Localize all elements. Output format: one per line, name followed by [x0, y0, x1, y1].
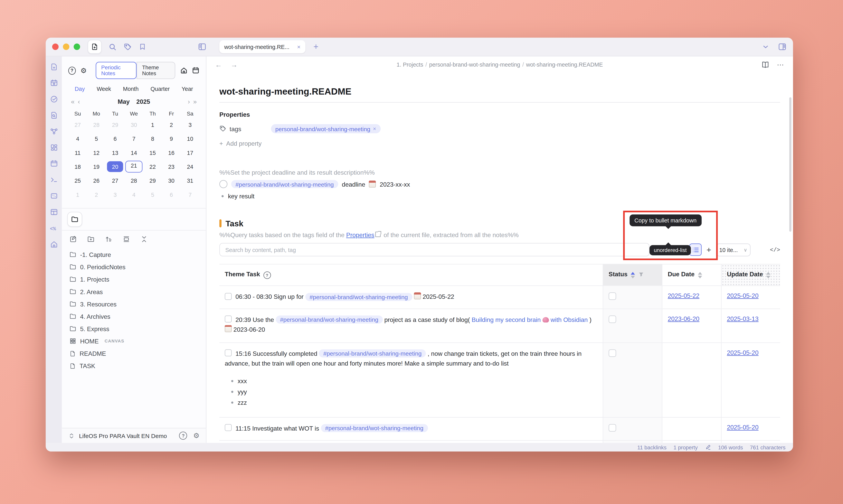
calendar-day[interactable]: 9 [162, 132, 181, 146]
tag-value-pill[interactable]: personal-brand/wot-sharing-meeting × [271, 124, 380, 133]
calendar-settings-icon[interactable]: ⚙ [80, 67, 87, 74]
sort-order-icon[interactable] [105, 235, 112, 243]
update-date-link[interactable]: 2025-05-20 [727, 292, 758, 299]
reading-view-icon[interactable] [761, 60, 769, 69]
calendar-day[interactable]: 4 [125, 187, 143, 201]
add-property-button[interactable]: + Add property [219, 140, 780, 147]
status-checkbox[interactable] [609, 292, 616, 300]
calendar-heart-icon[interactable] [50, 79, 58, 87]
sort-icons[interactable] [766, 272, 771, 278]
tree-item-2-areas[interactable]: 2. Areas [62, 286, 206, 298]
remove-tag-icon[interactable]: × [373, 126, 376, 131]
home-icon[interactable] [180, 67, 187, 74]
editor-scrollbar[interactable] [789, 97, 791, 232]
calendar-day[interactable]: 30 [125, 118, 143, 131]
calendar-day[interactable]: 3 [106, 187, 125, 201]
status-item[interactable]: 1 property [674, 444, 698, 450]
tab-periodic-notes[interactable]: Periodic Notes [96, 62, 137, 79]
calendar-day[interactable]: 3 [181, 118, 200, 131]
view-tab-year[interactable]: Year [182, 85, 193, 92]
calendar-day[interactable]: 21 [125, 160, 143, 174]
task-tag-pill[interactable]: #personal-brand/wot-sharing-meeting [321, 424, 428, 432]
add-task-button[interactable]: + [705, 245, 712, 254]
vault-switcher[interactable]: LifeOS Pro PARA Vault EN Demo ? ⚙ [62, 428, 206, 443]
column-header-theme-task[interactable]: Theme Task? [219, 265, 603, 286]
task-checkbox[interactable] [225, 316, 232, 323]
task-tag-pill[interactable]: #personal-brand/wot-sharing-meeting [319, 349, 426, 358]
tree-item-1-projects[interactable]: 1. Projects [62, 273, 206, 285]
help-circle-icon[interactable]: ? [263, 271, 271, 279]
tree-item-readme[interactable]: README [62, 347, 206, 360]
update-date-link[interactable]: 2025-05-20 [727, 424, 758, 430]
note-link[interactable]: Building my second brain with Obsidian [472, 317, 588, 323]
graph-icon[interactable] [50, 127, 58, 136]
calendar-day[interactable]: 5 [143, 187, 162, 201]
calendar-day[interactable]: 14 [125, 146, 143, 160]
tree-item-5-express[interactable]: 5. Express [62, 323, 206, 335]
calendar-day[interactable]: 13 [106, 146, 125, 160]
left-sidebar-toggle-button[interactable] [198, 42, 207, 51]
status-item[interactable]: 11 backlinks [637, 444, 666, 450]
calendar-day[interactable]: 6 [106, 132, 125, 146]
update-date-link[interactable]: 2025-03-13 [727, 316, 758, 322]
search-button[interactable] [108, 43, 116, 51]
stack-view-icon[interactable] [123, 235, 130, 243]
new-note-toolbar-icon[interactable] [69, 235, 77, 243]
tree-item-0-periodicnotes[interactable]: 0. PeriodicNotes [62, 260, 206, 273]
task-tag-pill[interactable]: #personal-brand/wot-sharing-meeting [276, 316, 383, 324]
calendar-day[interactable]: 27 [106, 174, 125, 187]
task-tag-pill[interactable]: #personal-brand/wot-sharing-meeting [305, 293, 412, 301]
file-explorer-tab-button[interactable] [67, 212, 82, 227]
right-sidebar-toggle-button[interactable] [778, 42, 787, 51]
calendar-day[interactable]: 15 [143, 146, 162, 160]
forward-icon[interactable]: → [231, 60, 238, 69]
calendar-icon[interactable] [50, 160, 58, 168]
calendar-day[interactable]: 20 [106, 160, 125, 174]
tags-button[interactable] [124, 43, 132, 51]
prev-year-button[interactable]: « [69, 98, 76, 105]
tree-item-task[interactable]: TASK [62, 360, 206, 372]
view-tab-month[interactable]: Month [123, 85, 139, 92]
tab-theme-notes[interactable]: Theme Notes [137, 62, 175, 79]
sort-icons[interactable] [631, 272, 635, 278]
property-key-label[interactable]: tags [230, 126, 241, 132]
status-item[interactable]: 761 characters [750, 444, 786, 450]
calendar-day[interactable]: 1 [68, 187, 87, 201]
calendar-day[interactable]: 28 [87, 118, 106, 131]
check-circle-icon[interactable] [50, 95, 58, 103]
collapse-all-icon[interactable] [140, 235, 148, 243]
column-header-due-date[interactable]: Due Date [662, 265, 721, 286]
calendar-day[interactable]: 28 [125, 174, 143, 187]
next-month-button[interactable]: › [186, 98, 192, 105]
tree-item-4-archives[interactable]: 4. Archives [62, 310, 206, 323]
status-checkbox[interactable] [609, 316, 616, 323]
calendar-day[interactable]: 19 [87, 160, 106, 174]
column-header-status[interactable]: Status [603, 265, 662, 286]
calendar-day[interactable]: 23 [162, 160, 181, 174]
calendar-icon[interactable] [192, 67, 199, 74]
code-view-toggle[interactable]: </> [770, 247, 780, 253]
view-tab-week[interactable]: Week [97, 85, 111, 92]
status-checkbox[interactable] [609, 349, 616, 357]
calendar-day[interactable]: 24 [181, 160, 200, 174]
calendar-day[interactable]: 26 [87, 174, 106, 187]
minimize-window-button[interactable] [63, 43, 69, 50]
deadline-tag-pill[interactable]: #personal-brand/wot-sharing-meeting [231, 180, 338, 188]
calendar-day[interactable]: 29 [143, 174, 162, 187]
calendar-help-icon[interactable]: ? [68, 66, 76, 74]
calendar-day[interactable]: 16 [162, 146, 181, 160]
breadcrumb-segment[interactable]: personal-brand-wot-sharing-meeting [429, 61, 520, 68]
calendar-day[interactable]: 29 [106, 118, 125, 131]
calendar-day[interactable]: 22 [143, 160, 162, 174]
dice-icon[interactable] [50, 192, 58, 200]
calendar-day[interactable]: 25 [68, 174, 87, 187]
back-icon[interactable]: ← [215, 60, 222, 69]
calendar-day[interactable]: 27 [68, 118, 87, 131]
due-date-link[interactable]: 2023-06-20 [668, 316, 699, 322]
vault-settings-icon[interactable]: ⚙ [193, 432, 199, 439]
view-tab-quarter[interactable]: Quarter [150, 85, 170, 92]
properties-link[interactable]: Properties [346, 232, 374, 238]
dashboard-icon[interactable] [50, 144, 58, 151]
calendar-day[interactable]: 4 [68, 132, 87, 146]
new-note-button[interactable] [88, 40, 102, 54]
